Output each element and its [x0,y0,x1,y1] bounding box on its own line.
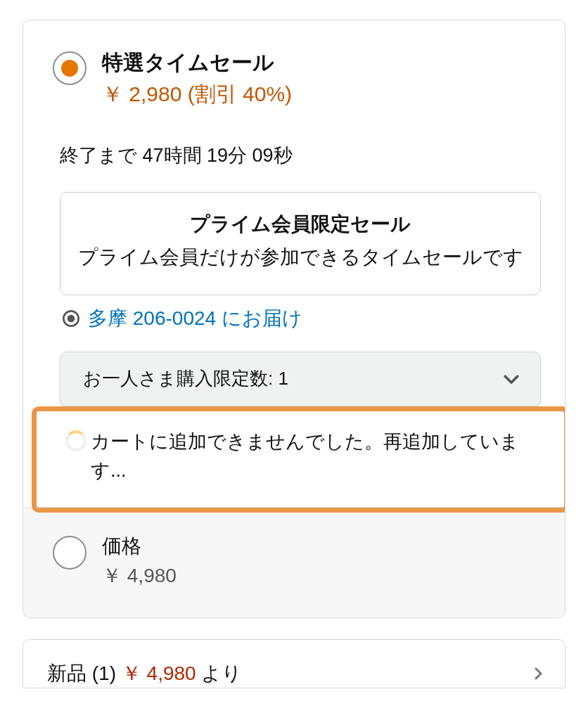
sale-price: ￥ 2,980 (割引 40%) [102,80,292,109]
quantity-label: お一人さま購入限定数: 1 [83,366,288,391]
spinner-icon [65,430,87,451]
new-offers-price: ￥ 4,980 [122,662,196,684]
new-offers-prefix: 新品 (1) [47,662,122,684]
deliver-to-row[interactable]: 多摩 206-0024 にお届け [53,295,548,332]
cart-error-text: カートに追加できませんでした。再追加しています... [91,428,535,487]
quantity-selector[interactable]: お一人さま購入限定数: 1 [60,352,541,406]
svg-point-1 [68,316,74,321]
regular-price-value: ￥ 4,980 [102,562,177,589]
regular-price-label: 価格 [102,533,177,560]
sale-option-radio[interactable] [53,51,87,85]
chevron-right-icon [530,665,547,682]
sale-option[interactable]: 特選タイムセール ￥ 2,980 (割引 40%) 終了まで 47時間 19分 … [23,20,565,507]
prime-notice-desc: プライム会員だけが参加できるタイムセールです [75,243,526,272]
regular-price-radio[interactable] [53,536,87,570]
sale-title: 特選タイムセール [102,49,292,77]
cart-error-row: カートに追加できませんでした。再追加しています... [53,412,548,508]
new-offers-row[interactable]: 新品 (1) ￥ 4,980 より [23,639,565,688]
chevron-down-icon [501,368,522,390]
sale-countdown: 終了まで 47時間 19分 09秒 [53,109,548,168]
location-pin-icon [60,307,82,330]
regular-price-option[interactable]: 価格 ￥ 4,980 [23,507,565,617]
new-offers-suffix: より [196,662,243,684]
deliver-to-link[interactable]: 多摩 206-0024 にお届け [88,305,302,332]
prime-notice-title: プライム会員限定セール [75,211,526,238]
prime-notice-box: プライム会員限定セール プライム会員だけが参加できるタイムセールです [60,192,541,295]
buy-options-card: 特選タイムセール ￥ 2,980 (割引 40%) 終了まで 47時間 19分 … [23,20,565,618]
